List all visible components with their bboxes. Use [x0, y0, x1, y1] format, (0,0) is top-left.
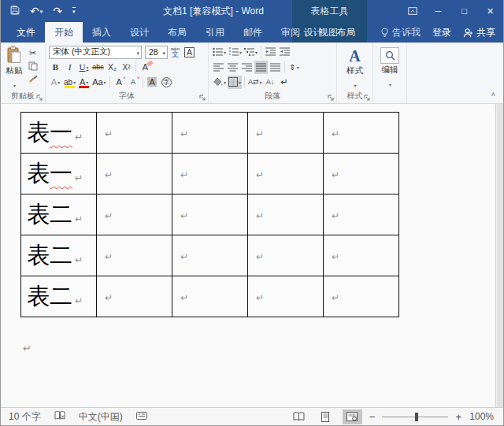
paste-button[interactable]: 粘贴 — [2, 44, 26, 91]
minimize-button[interactable]: ─ — [425, 0, 451, 22]
table-cell[interactable]: ↵ — [324, 154, 399, 194]
styles-button[interactable]: A 样式 — [339, 44, 371, 91]
tab-home[interactable]: 开始 — [45, 22, 83, 43]
read-mode-button[interactable] — [289, 409, 309, 424]
save-button[interactable] — [10, 4, 20, 18]
tab-table-layout[interactable]: 布局 — [330, 22, 363, 43]
format-painter-button[interactable] — [26, 72, 39, 84]
borders-button[interactable] — [228, 76, 242, 89]
table-cell[interactable]: ↵ — [248, 276, 324, 317]
copy-button[interactable] — [26, 60, 39, 72]
numbering-button[interactable] — [228, 46, 243, 59]
tell-me-button[interactable]: 告诉我 — [380, 26, 421, 39]
asian-layout-button[interactable]: A⇄ — [247, 76, 263, 89]
zoom-slider-thumb[interactable] — [415, 413, 418, 421]
table-cell[interactable]: 表二↵ — [21, 235, 97, 276]
multilevel-list-button[interactable] — [243, 46, 258, 59]
phonetic-guide-button[interactable]: wén 文 — [169, 46, 182, 59]
clipboard-dialog-launcher[interactable] — [36, 94, 43, 101]
tab-file[interactable]: 文件 — [7, 22, 45, 43]
character-shading-button[interactable]: A — [146, 76, 159, 89]
styles-dialog-launcher[interactable] — [364, 94, 370, 101]
customize-qat-button[interactable]: ▾ — [72, 7, 76, 15]
table-cell[interactable]: ↵ — [97, 154, 172, 194]
tab-layout[interactable]: 布局 — [158, 22, 196, 43]
strikethrough-button[interactable]: abc — [91, 61, 105, 74]
justify-button[interactable] — [254, 61, 268, 74]
table-cell[interactable]: 表一↵ — [21, 113, 97, 154]
input-mode-status[interactable] — [136, 411, 147, 423]
table-cell[interactable]: ↵ — [324, 194, 399, 235]
line-spacing-button[interactable]: ⇕ — [287, 61, 301, 74]
sign-in-button[interactable]: 登录 — [432, 26, 451, 39]
bullets-button[interactable] — [212, 46, 227, 59]
font-size-combo[interactable]: 28 — [145, 46, 168, 59]
table-cell[interactable]: ↵ — [324, 276, 399, 317]
enclose-characters-button[interactable]: 字 — [160, 76, 173, 89]
tab-mailings[interactable]: 邮件 — [234, 22, 272, 43]
ribbon-display-options-button[interactable] — [399, 0, 425, 22]
text-effects-button[interactable]: A — [49, 76, 62, 89]
collapse-ribbon-button[interactable]: ˄ — [491, 91, 495, 98]
table-cell[interactable]: ↵ — [248, 113, 324, 154]
scrollbar-thumb[interactable] — [497, 104, 503, 408]
tab-insert[interactable]: 插入 — [83, 22, 120, 43]
zoom-out-button[interactable]: − — [369, 411, 376, 423]
paste-dropdown-caret[interactable] — [13, 76, 16, 91]
superscript-button[interactable]: X² — [120, 61, 133, 74]
increase-indent-button[interactable] — [278, 46, 291, 59]
change-case-button[interactable]: Aa — [91, 76, 106, 89]
align-center-button[interactable] — [226, 61, 239, 74]
italic-button[interactable]: I — [63, 61, 76, 74]
font-dialog-launcher[interactable] — [199, 94, 206, 101]
distribute-button[interactable] — [269, 61, 282, 74]
table-cell[interactable]: ↵ — [97, 113, 172, 154]
maximize-button[interactable]: □ — [451, 0, 477, 22]
clear-formatting-button[interactable]: A — [139, 61, 152, 74]
tab-table-design[interactable]: 设计 — [297, 22, 330, 43]
undo-button[interactable]: ↶▾ — [30, 4, 43, 18]
zoom-in-button[interactable]: + — [455, 411, 461, 423]
table-cell[interactable]: ↵ — [172, 194, 248, 235]
zoom-level[interactable]: 100% — [469, 411, 494, 422]
editing-button[interactable]: 编辑 — [375, 44, 405, 90]
align-right-button[interactable] — [240, 61, 254, 74]
table-cell[interactable]: ↵ — [248, 235, 324, 276]
highlight-color-button[interactable]: ab — [63, 76, 76, 89]
font-name-combo[interactable]: 宋体 (中文正文) — [49, 46, 142, 59]
shading-button[interactable] — [212, 76, 227, 89]
table-cell[interactable]: 表二↵ — [21, 276, 97, 317]
shrink-font-button[interactable]: A˅ — [127, 76, 140, 89]
cut-button[interactable]: ✂ — [26, 47, 39, 59]
table-cell[interactable]: ↵ — [248, 194, 324, 235]
sort-button[interactable]: A↓ — [264, 76, 277, 89]
table-cell[interactable]: ↵ — [97, 194, 172, 235]
decrease-indent-button[interactable] — [264, 46, 277, 59]
table-cell[interactable]: 表一↵ — [21, 154, 97, 194]
table-cell[interactable]: ↵ — [172, 154, 248, 194]
font-color-button[interactable]: A — [77, 76, 91, 89]
document-area[interactable]: 表一↵↵↵↵↵表一↵↵↵↵↵表二↵↵↵↵↵表二↵↵↵↵↵表二↵↵↵↵↵ ↵ — [1, 104, 503, 408]
zoom-slider[interactable] — [382, 413, 448, 421]
table-cell[interactable]: ↵ — [172, 113, 248, 154]
tab-design[interactable]: 设计 — [120, 22, 158, 43]
show-hide-marks-button[interactable]: ↵ — [278, 76, 291, 89]
share-button[interactable]: 共享 — [463, 26, 495, 39]
character-border-button[interactable]: A — [183, 46, 196, 59]
vertical-scrollbar[interactable] — [495, 104, 503, 408]
subscript-button[interactable]: X₂ — [106, 61, 119, 74]
table-cell[interactable]: ↵ — [248, 154, 324, 194]
table-cell[interactable]: ↵ — [97, 276, 172, 317]
redo-button[interactable]: ↷ — [53, 6, 62, 17]
table-cell[interactable]: ↵ — [324, 113, 399, 154]
word-count[interactable]: 10 个字 — [9, 410, 41, 424]
underline-button[interactable]: U — [77, 61, 91, 74]
paragraph-dialog-launcher[interactable] — [328, 94, 334, 101]
table-cell[interactable]: ↵ — [172, 235, 248, 276]
grow-font-button[interactable]: A˄ — [113, 76, 126, 89]
tab-references[interactable]: 引用 — [196, 22, 234, 43]
web-layout-button[interactable] — [343, 409, 362, 424]
proofing-status[interactable] — [54, 410, 65, 423]
align-left-button[interactable] — [212, 61, 225, 74]
print-layout-button[interactable] — [316, 409, 335, 424]
